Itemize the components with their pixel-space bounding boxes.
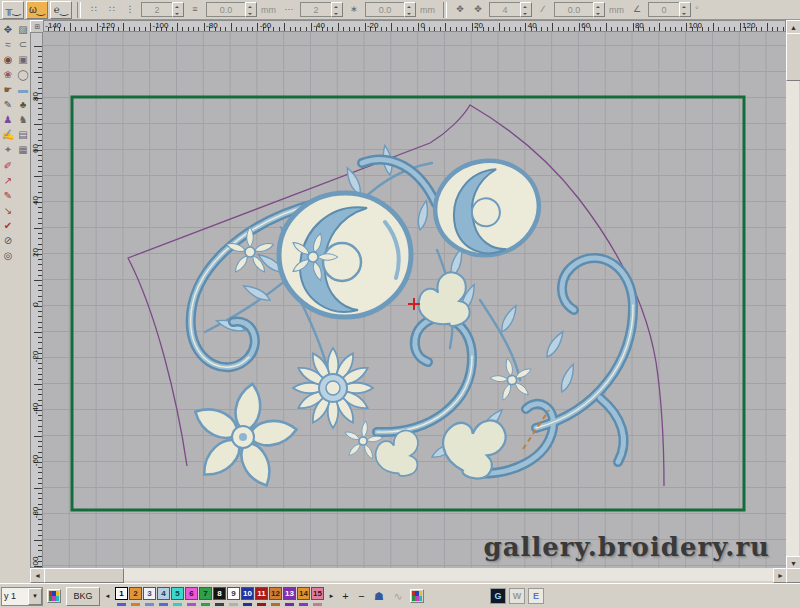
ruler-label: -100 xyxy=(31,557,40,569)
thread-swatch-14[interactable]: 14 xyxy=(297,587,310,606)
stitch-check-icon[interactable]: ✔ xyxy=(1,219,15,233)
app-icon-g[interactable]: G xyxy=(490,588,506,604)
people-motif-icon[interactable]: ♞ xyxy=(16,113,30,127)
eye-tool-icon[interactable]: ◉ xyxy=(1,53,15,67)
move-icon[interactable]: ✥ xyxy=(452,2,468,18)
angle-field[interactable]: 0 xyxy=(648,2,691,17)
palette-editor-icon[interactable] xyxy=(47,589,61,603)
disable-icon[interactable]: ⊘ xyxy=(1,234,15,248)
ruler-label: 100 xyxy=(689,21,702,30)
hatch-fill-icon[interactable]: ▨ xyxy=(16,23,30,37)
thread-swatch-8[interactable]: 8 xyxy=(213,587,226,606)
flower-motif-icon[interactable]: ❀ xyxy=(1,68,15,82)
palette-next-icon[interactable]: ► xyxy=(327,588,336,604)
thread-swatch-13[interactable]: 13 xyxy=(283,587,296,606)
thread-swatch-1[interactable]: 1 xyxy=(115,587,128,606)
swatch-number: 10 xyxy=(241,587,254,600)
figure-motif-icon[interactable]: ♟ xyxy=(1,113,15,127)
passes-field[interactable]: 4 xyxy=(489,2,532,17)
swatch-mark xyxy=(145,603,154,606)
app-icon-e[interactable]: E xyxy=(528,588,544,604)
thread-swatch-6[interactable]: 6 xyxy=(185,587,198,606)
thread-swatch-5[interactable]: 5 xyxy=(171,587,184,606)
layer-select[interactable]: y 1 ▼ xyxy=(1,587,43,606)
scroll-left-icon[interactable]: ◄ xyxy=(30,568,45,583)
reshape-tool-icon[interactable]: ✥ xyxy=(1,23,15,37)
app-icon-w[interactable]: W xyxy=(509,588,525,604)
tree-motif-icon[interactable]: ♣ xyxy=(16,98,30,112)
stitch-edit-icon[interactable]: ✎ xyxy=(1,189,15,203)
satin-stitch-button[interactable]: ℮‿ xyxy=(50,1,72,19)
move-all-icon[interactable]: ✥ xyxy=(470,2,486,18)
palette-prev-icon[interactable]: ◄ xyxy=(103,588,112,604)
rect-shape-icon[interactable]: ▬ xyxy=(16,83,30,97)
ruler-label: 120 xyxy=(742,21,755,30)
repeat-count-field[interactable]: 2 xyxy=(300,2,343,17)
background-color-button[interactable]: BKG xyxy=(66,587,100,606)
design-canvas[interactable]: gallery.broidery.ru xyxy=(43,32,786,568)
thread-swatch-3[interactable]: 3 xyxy=(143,587,156,606)
stitch-insert-icon[interactable]: ↘ xyxy=(1,204,15,218)
thread-swatch-9[interactable]: 9 xyxy=(227,587,240,606)
stitch-arrow-icon[interactable]: ↗ xyxy=(1,174,15,188)
vscroll-thumb[interactable] xyxy=(786,33,800,81)
thread-swatch-7[interactable]: 7 xyxy=(199,587,212,606)
swatch-mark xyxy=(131,603,140,606)
vertical-scrollbar[interactable]: ▲ ▼ xyxy=(786,20,799,568)
offset-field[interactable]: 0.0 xyxy=(554,2,605,17)
remove-color-button[interactable]: − xyxy=(355,589,368,603)
thread-swatch-4[interactable]: 4 xyxy=(157,587,170,606)
thread-swatch-10[interactable]: 10 xyxy=(241,587,254,606)
thread-swatch-15[interactable]: 15 xyxy=(311,587,324,606)
thread-swatch-12[interactable]: 12 xyxy=(269,587,282,606)
spinner-icon[interactable] xyxy=(679,2,691,17)
big-flower xyxy=(190,382,298,491)
spinner-icon[interactable] xyxy=(520,2,532,17)
ellipse-shape-icon[interactable]: ◯ xyxy=(16,68,30,82)
scroll-corner xyxy=(786,568,800,583)
hscroll-thumb[interactable] xyxy=(44,568,124,583)
spacing-field[interactable]: 0.0 xyxy=(365,2,416,17)
paint-bucket-icon[interactable]: ☗ xyxy=(371,589,387,604)
spinner-icon[interactable] xyxy=(172,2,184,17)
landscape-image-icon[interactable]: ▤ xyxy=(16,128,30,142)
unit-label: ° xyxy=(695,5,699,15)
chevron-down-icon[interactable]: ▼ xyxy=(28,588,42,605)
thread-swatch-11[interactable]: 11 xyxy=(255,587,268,606)
add-color-button[interactable]: + xyxy=(339,589,352,603)
color-chart-icon[interactable] xyxy=(410,589,424,603)
stitch-pencil-icon[interactable]: ✐ xyxy=(1,159,15,173)
thread-swatch-2[interactable]: 2 xyxy=(129,587,142,606)
tools-icon[interactable]: ✦ xyxy=(1,143,15,157)
hand-tool-icon[interactable]: ☛ xyxy=(1,83,15,97)
watermark-text: gallery.broidery.ru xyxy=(484,532,771,562)
swatch-mark xyxy=(229,603,238,606)
spinner-icon[interactable] xyxy=(245,2,257,17)
portrait-image-icon[interactable]: ▣ xyxy=(16,53,30,67)
texture-fill-icon[interactable]: ▦ xyxy=(16,143,30,157)
arc-tool-icon[interactable]: ⊂ xyxy=(16,38,30,52)
scroll-up-icon[interactable]: ▲ xyxy=(786,20,800,34)
swatch-number: 3 xyxy=(143,587,156,600)
target-icon[interactable]: ◎ xyxy=(1,249,15,263)
pattern-dots2-icon[interactable]: ∷ xyxy=(104,2,120,18)
tool-singles: ✐↗✎↘✔⊘◎ xyxy=(0,157,30,263)
swatch-mark xyxy=(117,603,126,606)
swatch-mark xyxy=(299,603,308,606)
stitch-count-field[interactable]: 2 xyxy=(141,2,184,17)
running-stitch-button[interactable]: ╥‿ xyxy=(2,1,24,19)
zigzag-stitch-button[interactable]: ω‿ xyxy=(26,1,48,19)
unit-label: mm xyxy=(261,5,276,15)
column-dots-icon[interactable]: ⋮ xyxy=(122,2,138,18)
spinner-icon[interactable] xyxy=(404,2,416,17)
spinner-icon[interactable] xyxy=(331,2,343,17)
pattern-dots-icon[interactable]: ∷ xyxy=(86,2,102,18)
thread-palette: 123456789101112131415 xyxy=(115,587,324,606)
pencil-tool-icon[interactable]: ✎ xyxy=(1,98,15,112)
stitch-length-field[interactable]: 0.0 xyxy=(206,2,257,17)
angle-icon: ∠ xyxy=(629,2,645,18)
draw-hand-icon[interactable]: ✍ xyxy=(1,128,15,142)
curve-tool-icon[interactable]: ≈ xyxy=(1,38,15,52)
horizontal-scrollbar[interactable]: ◄ ► xyxy=(30,568,786,581)
spinner-icon[interactable] xyxy=(593,2,605,17)
